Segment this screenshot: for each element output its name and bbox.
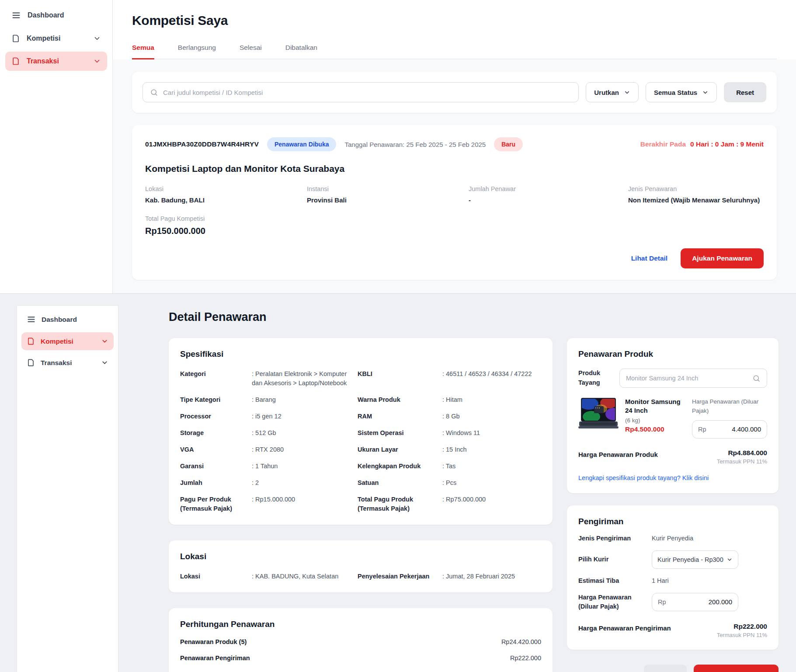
detail-penawaran-screen: Dashboard Kompetisi Transaksi xyxy=(0,293,796,672)
product-weight: (6 kg) xyxy=(625,417,685,424)
spec-value: : RTX 2080 xyxy=(252,445,351,454)
status-label: Semua Status xyxy=(654,89,697,96)
field-lokasi: Lokasi Kab. Badung, BALI xyxy=(145,185,307,204)
hamburger-menu-icon xyxy=(27,315,36,324)
tab-dibatalkan[interactable]: Dibatalkan xyxy=(285,44,317,59)
search-box xyxy=(143,82,579,102)
field-label: Instansi xyxy=(307,185,469,192)
new-badge: Baru xyxy=(494,137,523,151)
spec-value: : Rp15.000.000 xyxy=(252,495,351,504)
tax-note: Termasuk PPN 11% xyxy=(717,632,767,638)
estimasi-tiba-row: Estimasi Tiba 1 Hari xyxy=(578,576,767,585)
sort-dropdown[interactable]: Urutkan xyxy=(586,82,639,102)
spec-label: Kelengkapan Produk xyxy=(358,462,435,471)
card-title: Pengiriman xyxy=(578,517,767,526)
offer-price-block: Harga Penawaran (Diluar Pajak) Rp xyxy=(692,397,767,439)
kurir-select-value: Kurir Penyedia - Rp300.0 xyxy=(657,556,724,563)
product-name: Monitor Samsung 24 Inch xyxy=(625,397,685,415)
total-pagu-value: Rp150.000.000 xyxy=(145,226,764,236)
row-value: 1 Hari xyxy=(652,577,767,584)
spec-value: : Tas xyxy=(442,462,541,471)
spec-label: Pagu Per Produk (Termasuk Pajak) xyxy=(180,495,245,513)
tab-selesai[interactable]: Selesai xyxy=(240,44,262,59)
row-label: Jenis Pengiriman xyxy=(578,534,652,543)
file-icon xyxy=(27,337,35,345)
tab-bar: Semua Berlangsung Selesai Dibatalkan xyxy=(132,44,777,59)
page-header: Kompetisi Saya Semua Berlangsung Selesai… xyxy=(113,0,796,59)
product-search-input[interactable] xyxy=(626,375,749,382)
spec-table: Kategori : Peralatan Elektronik > Komput… xyxy=(180,369,541,513)
page-title: Detail Penawaran xyxy=(169,310,779,324)
product-search-box xyxy=(619,369,767,388)
calc-row-pengiriman: Penawaran Pengiriman Rp222.000 xyxy=(180,655,541,662)
tab-berlangsung[interactable]: Berlangsung xyxy=(178,44,216,59)
pilih-kurir-row: Pilih Kurir Kurir Penyedia - Rp300.0 xyxy=(578,550,767,569)
spec-value: : 2 xyxy=(252,478,351,487)
lengkapi-spesifikasi-link[interactable]: Lengkapi spesifikasi produk tayang? Klik… xyxy=(578,474,709,481)
ajukan-penawaran-button[interactable]: Ajukan Penawaran xyxy=(681,248,764,268)
sidebar-item-label: Dashboard xyxy=(42,316,77,324)
form-actions: Batal Simpan Penawaran xyxy=(567,665,779,672)
sidebar-item-transaksi[interactable]: Transaksi xyxy=(21,354,114,372)
card-title: Penawaran Produk xyxy=(578,349,767,359)
tab-semua[interactable]: Semua xyxy=(132,44,154,59)
sidebar: Dashboard Kompetisi Transaksi xyxy=(17,305,118,672)
card-title: Lokasi xyxy=(180,552,541,561)
spec-value: : 46511 / 46523 / 46334 / 47222 xyxy=(442,369,541,379)
spec-label: VGA xyxy=(180,445,245,454)
file-icon xyxy=(11,34,20,43)
lokasi-card: Lokasi Lokasi : KAB. BADUNG, Kuta Selata… xyxy=(169,540,553,592)
spec-label: Total Pagu Produk (Termasuk Pajak) xyxy=(358,495,435,513)
competition-fields: Lokasi Kab. Badung, BALI Instansi Provin… xyxy=(145,185,764,204)
total-pagu-label: Total Pagu Kompetisi xyxy=(145,215,764,222)
sidebar-item-kompetisi[interactable]: Kompetisi xyxy=(21,332,114,350)
search-input[interactable] xyxy=(163,89,571,96)
sidebar-item-label: Kompetisi xyxy=(41,338,73,345)
reset-button[interactable]: Reset xyxy=(724,82,766,102)
file-icon xyxy=(27,359,35,367)
spec-value: : 15 Inch xyxy=(442,445,541,454)
lihat-detail-link[interactable]: Lihat Detail xyxy=(631,254,668,262)
tax-note: Termasuk PPN 11% xyxy=(717,458,767,465)
spec-value: : Rp75.000.000 xyxy=(442,495,541,504)
shipping-price-input[interactable] xyxy=(688,598,732,606)
spec-label: KBLI xyxy=(358,369,435,379)
field-jenis-penawaran: Jenis Penawaran Non Itemized (Wajib Mena… xyxy=(628,185,764,204)
sidebar: Dashboard Kompetisi Transaksi xyxy=(0,0,113,293)
offer-date-range: Tanggal Penawaran: 25 Feb 2025 - 25 Feb … xyxy=(344,141,486,148)
filter-panel: Urutkan Semua Status Reset xyxy=(132,72,777,113)
sidebar-item-label: Dashboard xyxy=(28,11,64,19)
kurir-select[interactable]: Kurir Penyedia - Rp300.0 xyxy=(652,550,738,569)
currency-prefix: Rp xyxy=(698,426,706,433)
calc-value: Rp222.000 xyxy=(510,655,541,662)
field-value: - xyxy=(469,196,628,204)
sidebar-item-kompetisi[interactable]: Kompetisi xyxy=(5,29,107,48)
sidebar-item-dashboard[interactable]: Dashboard xyxy=(5,5,107,25)
sidebar-item-dashboard[interactable]: Dashboard xyxy=(21,310,114,329)
spesifikasi-card: Spesifikasi Kategori : Peralatan Elektro… xyxy=(169,338,553,525)
spec-label: Tipe Kategori xyxy=(180,395,245,404)
spec-label: Ukuran Layar xyxy=(358,445,435,454)
spec-value: : 1 Tahun xyxy=(252,462,351,471)
spec-value: : Peralatan Elektronik > Komputer dan Ak… xyxy=(252,369,351,388)
currency-prefix: Rp xyxy=(658,599,666,606)
status-dropdown[interactable]: Semua Status xyxy=(646,82,717,102)
product-offer-total-value: Rp4.884.000 xyxy=(717,449,767,457)
batal-button[interactable]: Batal xyxy=(644,665,687,672)
field-value: Non Itemized (Wajib Menawar Seluruhnya) xyxy=(628,196,764,204)
field-label: Jenis Penawaran xyxy=(628,185,764,192)
spec-value: : Pcs xyxy=(442,478,541,487)
offer-price-input[interactable] xyxy=(717,425,761,433)
product-offer-total-row: Harga Penawaran Produk Rp4.884.000 Terma… xyxy=(578,449,767,465)
shipping-total-label: Harga Penawaran Pengiriman xyxy=(578,623,671,632)
simpan-penawaran-button[interactable]: Simpan Penawaran xyxy=(694,665,779,672)
shipping-total-value: Rp222.000 xyxy=(717,623,767,630)
left-column: Spesifikasi Kategori : Peralatan Elektro… xyxy=(169,338,553,672)
spec-value: : Hitam xyxy=(442,395,541,404)
product-item: Monitor Samsung 24 Inch (6 kg) Rp4.500.0… xyxy=(578,397,767,439)
spec-label: Processor xyxy=(180,412,245,421)
calc-label: Penawaran Pengiriman xyxy=(180,655,250,662)
shipping-price-field: Rp xyxy=(652,593,738,611)
sidebar-item-transaksi[interactable]: Transaksi xyxy=(5,52,107,71)
file-icon xyxy=(11,57,20,66)
